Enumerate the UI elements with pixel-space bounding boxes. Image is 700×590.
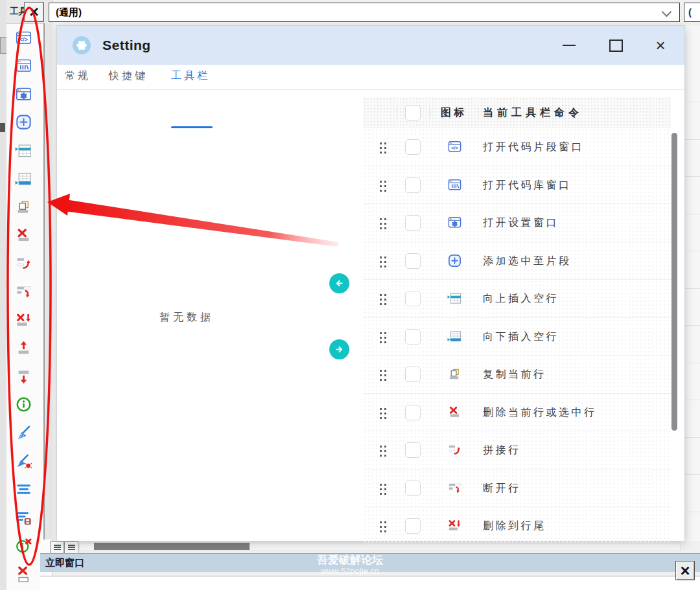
svg-text:</>: </> [451,145,459,151]
row-checkbox[interactable] [405,215,421,231]
clean-code-icon[interactable] [15,424,32,442]
info-close-icon[interactable] [15,537,32,554]
procedure-dropdown-value: ( [688,6,692,17]
split-button-2[interactable] [64,541,78,554]
horizontal-scrollbar-thumb[interactable] [94,543,250,550]
command-label: 向下插入空行 [483,318,559,356]
select-all-checkbox[interactable] [405,105,421,120]
drag-handle-icon[interactable] [378,292,387,305]
format-save-icon[interactable] [15,509,32,527]
drag-handle-icon[interactable] [378,368,387,381]
copy-current-line-icon[interactable] [15,198,32,216]
copy-line-icon [447,367,462,381]
header-separator [430,108,430,118]
drag-handle-icon[interactable] [378,519,387,532]
background-panel-mark [0,123,5,132]
insert-blank-line-below-icon[interactable] [15,170,32,188]
tab-shortcuts[interactable]: 快捷键 [109,65,148,89]
info-icon[interactable] [15,396,32,413]
immediate-window-content [40,576,700,590]
row-checkbox[interactable] [405,405,421,420]
command-label: 打开设置窗口 [483,204,559,242]
tab-toolbar[interactable]: 工具栏 [171,65,210,89]
table-row: 拼接行 [363,431,671,470]
table-body: </>打开代码片段窗口打开代码库窗口打开设置窗口添加选中至片段向上插入空行向下插… [363,128,671,545]
command-label: 断开行 [483,470,521,507]
table-row: 复制当前行 [363,356,671,394]
clean-debug-icon[interactable] [15,453,32,470]
lines-icon [54,545,61,550]
drag-handle-icon[interactable] [378,216,387,229]
delete-to-line-end-icon[interactable] [15,312,32,329]
open-snippet-window-icon[interactable]: </> [15,29,32,47]
dialog-titlebar[interactable]: Setting × [57,26,684,65]
drag-handle-icon[interactable] [378,330,387,343]
break-line-icon[interactable] [15,283,32,301]
row-checkbox[interactable] [405,291,421,306]
table-row: 打开设置窗口 [363,204,671,242]
drag-handle-icon[interactable] [378,444,387,457]
table-row: </>打开代码片段窗口 [363,128,671,166]
object-dropdown[interactable]: (通用) [49,3,680,22]
window-gear-icon [447,215,462,230]
header-icon-column: 图标 [441,97,467,128]
row-checkbox[interactable] [405,518,421,534]
join-lines-icon [447,442,462,457]
insert-row-above-icon [447,291,462,306]
delete-icon[interactable] [15,565,32,583]
command-label: 删除到行尾 [483,507,546,545]
table-row: 删除到行尾 [363,507,671,545]
add-plus-icon [447,253,462,268]
screen: 工具 × </> (通用) ( 立即窗口 吾爱破解论坛 www.52pojie.… [0,0,700,590]
row-checkbox[interactable] [405,329,421,345]
chevron-down-icon [662,7,672,17]
split-button[interactable] [50,541,64,554]
format-code-icon[interactable] [15,481,32,498]
header-separator [478,108,478,118]
setting-dialog: Setting × 常规 快捷键 工具栏 暂无数据 图标 当前工具栏 [57,26,684,541]
add-selection-to-snippet-icon[interactable] [15,113,32,131]
lines-icon [68,545,75,550]
break-line-icon [447,481,462,495]
close-button[interactable]: × [651,26,670,65]
table-scrollbar-thumb[interactable] [671,133,677,431]
move-line-up-icon[interactable] [15,339,32,357]
row-checkbox[interactable] [405,177,421,193]
empty-list-placeholder: 暂无数据 [128,311,245,324]
toolbox-close-button[interactable]: × [24,2,44,22]
drag-handle-icon[interactable] [378,255,387,267]
command-label: 删除当前行或选中行 [483,394,597,431]
drag-handle-icon[interactable] [378,406,387,419]
table-row: 打开代码库窗口 [363,166,671,205]
header-separator [397,108,397,118]
immediate-window-titlebar[interactable]: 立即窗口 [40,553,700,572]
join-lines-icon[interactable] [15,255,32,272]
drag-handle-icon[interactable] [378,141,387,153]
window-code-icon: </> [447,139,462,154]
command-label: 添加选中至片段 [483,242,572,280]
toolbox-scrollbar[interactable] [43,23,52,539]
table-row: 向下插入空行 [363,318,671,356]
tab-general[interactable]: 常规 [65,65,91,89]
open-settings-window-icon[interactable] [15,85,32,103]
open-library-window-icon[interactable] [15,57,32,74]
command-label: 复制当前行 [483,356,546,393]
delete-line-icon[interactable] [15,227,32,244]
maximize-button[interactable] [606,26,625,65]
row-checkbox[interactable] [405,481,421,496]
move-right-button[interactable] [329,339,349,359]
insert-blank-line-above-icon[interactable] [15,142,32,159]
move-line-down-icon[interactable] [15,368,32,385]
row-checkbox[interactable] [405,367,421,382]
arrow-right-icon [334,344,345,355]
drag-handle-icon[interactable] [378,179,387,192]
immediate-window-title: 立即窗口 [45,557,84,569]
row-checkbox[interactable] [405,253,421,269]
procedure-dropdown[interactable]: ( [684,3,700,22]
row-checkbox[interactable] [405,139,421,155]
row-checkbox[interactable] [405,442,421,458]
minimize-button[interactable] [559,26,579,65]
drag-handle-icon[interactable] [378,482,387,495]
move-left-button[interactable] [329,273,349,293]
immediate-window-close-button[interactable]: × [675,561,695,580]
